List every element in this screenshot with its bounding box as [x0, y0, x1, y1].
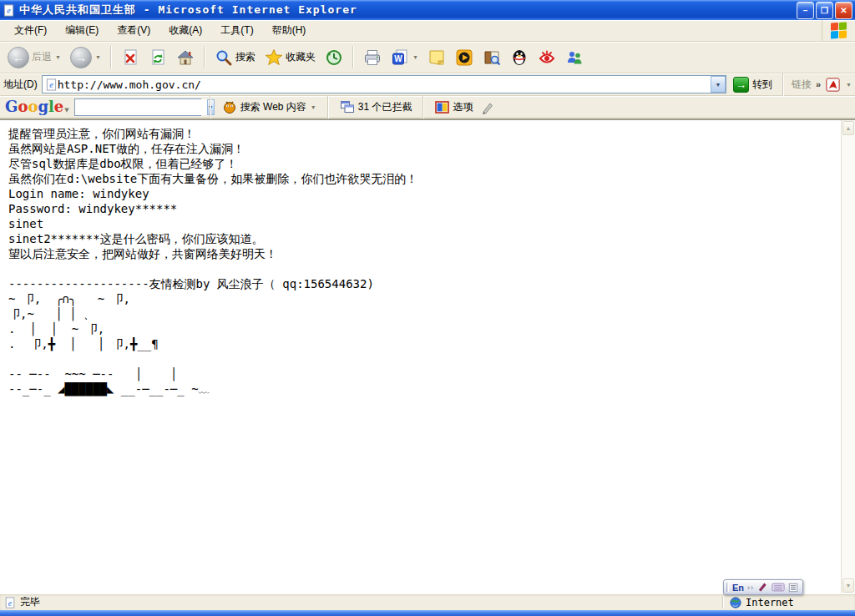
google-logo[interactable]: Google ▼ — [5, 99, 69, 114]
refresh-button[interactable] — [145, 46, 170, 69]
google-options-button[interactable]: 选项 — [433, 98, 475, 116]
back-dropdown-icon[interactable]: ▼ — [55, 54, 61, 60]
google-logo-dropdown-icon[interactable]: ▼ — [64, 107, 68, 113]
menu-file[interactable]: 文件(F) — [5, 21, 56, 40]
sticky-note-icon — [428, 48, 446, 67]
defacement-text: 提醒管理员注意，你们网站有漏洞！ 虽然网站是ASP.NET做的，任存在注入漏洞！… — [0, 120, 841, 593]
links-label[interactable]: 链接 — [792, 78, 812, 92]
page-content-area: 提醒管理员注意，你们网站有漏洞！ 虽然网站是ASP.NET做的，任存在注入漏洞！… — [0, 119, 855, 593]
address-input[interactable] — [58, 76, 711, 93]
msn-button[interactable] — [562, 46, 587, 69]
stop-button[interactable] — [118, 46, 143, 69]
options-icon — [435, 101, 449, 114]
svg-text:e: e — [8, 598, 13, 607]
browser-window: e 中华人民共和国卫生部 - Microsoft Internet Explor… — [0, 0, 855, 616]
address-bar-row: 地址(D) e ▼ → 转到 链接 » ▼ — [0, 73, 855, 96]
stop-icon — [121, 48, 139, 67]
keyboard-icon[interactable] — [772, 583, 785, 592]
search-button[interactable]: 搜索 — [211, 46, 259, 69]
qq-penguin-icon — [510, 48, 529, 67]
back-button[interactable]: ← 后退 ▼ — [4, 44, 64, 71]
sina-eye-icon — [538, 48, 556, 67]
search-web-dropdown-icon[interactable]: ▼ — [311, 104, 316, 110]
media-player-icon — [455, 48, 473, 67]
google-logo-letter: G — [5, 99, 18, 114]
adobe-pdf-icon[interactable] — [825, 77, 841, 93]
menu-edit[interactable]: 编辑(E) — [56, 21, 108, 40]
back-icon: ← — [8, 47, 29, 68]
toolbar-separator — [110, 46, 112, 68]
language-bar-grip[interactable] — [726, 583, 729, 592]
title-bar: e 中华人民共和国卫生部 - Microsoft Internet Explor… — [0, 0, 855, 20]
menu-view[interactable]: 查看(V) — [108, 21, 159, 40]
google-search-input[interactable] — [75, 99, 207, 115]
menu-favorites[interactable]: 收藏(A) — [159, 21, 211, 40]
menu-bar: 文件(F) 编辑(E) 查看(V) 收藏(A) 工具(T) 帮助(H) — [0, 20, 855, 42]
edit-dropdown-icon[interactable]: ▼ — [412, 54, 418, 60]
vertical-scrollbar[interactable]: ▲ ▼ — [841, 120, 855, 593]
dictionary-book-icon — [483, 48, 501, 67]
google-mascot-icon — [222, 99, 237, 114]
media-player-button[interactable] — [452, 46, 477, 69]
google-search-web-button[interactable]: 搜索 Web 内容 ▼ — [220, 98, 319, 116]
window-title: 中华人民共和国卫生部 - Microsoft Internet Explorer — [19, 3, 797, 18]
close-button[interactable]: ✕ — [835, 2, 852, 19]
options-label: 选项 — [453, 100, 473, 114]
restore-button[interactable]: ❐ — [816, 2, 833, 19]
language-bar-chevrons[interactable]: ›› — [747, 583, 754, 592]
refresh-icon — [149, 48, 167, 67]
popup-blocked-icon — [340, 100, 355, 114]
forward-button[interactable]: → ▼ — [67, 44, 104, 71]
google-logo-letter: o — [28, 99, 38, 114]
history-button[interactable] — [321, 46, 347, 69]
pdf-dropdown-icon[interactable]: ▼ — [846, 82, 852, 88]
language-bar[interactable]: En ›› — [723, 579, 803, 595]
standard-toolbar: ← 后退 ▼ → ▼ — [0, 42, 855, 73]
sina-button[interactable] — [534, 46, 559, 69]
minimize-button[interactable]: – — [797, 2, 814, 19]
zone-label: Internet — [746, 597, 794, 608]
scroll-up-icon[interactable]: ▲ — [842, 121, 854, 135]
address-field[interactable]: e ▼ — [42, 75, 726, 93]
edit-with-word-button[interactable]: W ▼ — [387, 46, 422, 69]
print-icon — [363, 48, 382, 67]
scroll-down-icon[interactable]: ▼ — [842, 578, 854, 593]
search-web-label: 搜索 Web 内容 — [240, 100, 306, 114]
home-button[interactable] — [173, 46, 198, 69]
history-icon — [325, 48, 343, 67]
word-icon: W — [391, 48, 409, 67]
toolbar-separator — [352, 46, 354, 68]
security-zone-panel: Internet — [726, 594, 853, 610]
notes-button[interactable] — [424, 46, 449, 69]
popup-blocker-button[interactable]: 31 个已拦截 — [337, 98, 415, 116]
toolbar-separator — [210, 96, 211, 119]
status-page-icon: e — [4, 597, 16, 608]
taskbar-edge — [0, 610, 855, 616]
favorites-star-icon — [265, 48, 283, 67]
links-chevron-icon[interactable]: » — [816, 79, 821, 89]
msn-buddies-icon — [565, 48, 584, 67]
go-button[interactable]: → 转到 — [731, 77, 775, 93]
input-language-label[interactable]: En — [732, 583, 744, 593]
menu-help[interactable]: 帮助(H) — [263, 21, 316, 40]
book-search-button[interactable] — [479, 46, 504, 69]
menu-tools[interactable]: 工具(T) — [211, 21, 262, 40]
highlighter-pen-icon[interactable] — [480, 99, 495, 114]
google-logo-letter: o — [18, 99, 28, 114]
windows-flag-icon — [831, 22, 847, 38]
svg-text:W: W — [394, 54, 402, 63]
toolbar-separator — [782, 73, 784, 96]
address-dropdown-icon[interactable]: ▼ — [711, 76, 726, 93]
language-bar-menu-icon[interactable] — [788, 583, 798, 593]
go-label: 转到 — [752, 78, 772, 92]
handwriting-pen-icon[interactable] — [757, 582, 768, 593]
google-search-combo[interactable]: ▼ — [74, 98, 201, 116]
internet-globe-icon — [730, 597, 741, 608]
favorites-button[interactable]: 收藏夹 — [261, 46, 319, 69]
forward-dropdown-icon[interactable]: ▼ — [95, 54, 101, 60]
qq-button[interactable] — [507, 46, 532, 69]
toolbar-separator — [422, 96, 424, 119]
print-button[interactable] — [360, 46, 385, 69]
favorites-label: 收藏夹 — [286, 50, 316, 64]
page-favicon: e — [45, 78, 58, 91]
